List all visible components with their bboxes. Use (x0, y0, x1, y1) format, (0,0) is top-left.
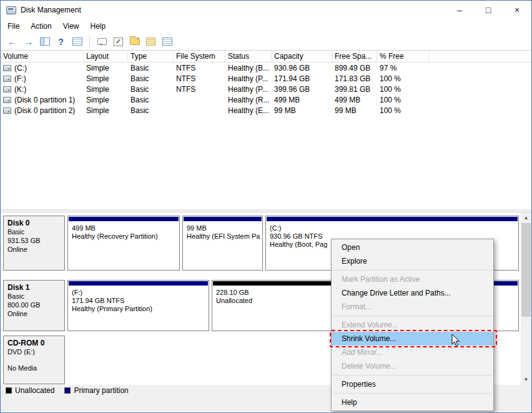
help-icon[interactable]: ? (54, 34, 68, 49)
disk-size: 800.00 GB (7, 301, 61, 309)
menu-item-shrink-volume[interactable]: Shrink Volume... (332, 332, 493, 346)
disk0-label-panel[interactable]: Disk 0 Basic 931.53 GB Online (3, 216, 65, 271)
cell-type: Basic (128, 96, 174, 104)
scrollbar-thumb[interactable] (521, 223, 531, 317)
minimize-button[interactable]: – (445, 1, 474, 19)
primary-partition-swatch (64, 387, 71, 394)
cell-free-space: 399.81 GB (332, 85, 377, 94)
menu-help[interactable]: Help (85, 20, 112, 32)
partition-strip (184, 217, 262, 221)
details-view-icon[interactable] (70, 34, 84, 49)
partition-efi[interactable]: 99 MB Healthy (EFI System Pa (182, 216, 263, 271)
cell-file-system: NTFS (174, 74, 225, 83)
volume-row-c[interactable]: (C:) Simple Basic NTFS Healthy (B... 930… (1, 62, 531, 73)
menu-separator (333, 375, 492, 376)
legend-unallocated: Unallocated (6, 386, 54, 395)
column-header-pct-free[interactable]: % Free (377, 51, 429, 62)
column-header-file-system[interactable]: File System (174, 51, 225, 62)
disk-name: CD-ROM 0 (7, 339, 61, 347)
partition-strip (213, 281, 349, 286)
cell-volume: (F:) (1, 74, 84, 83)
close-button[interactable]: × (503, 1, 531, 19)
mouse-cursor (451, 334, 460, 349)
drive-icon (3, 86, 11, 92)
unallocated-swatch (6, 387, 12, 394)
cell-status: Healthy (E... (225, 106, 272, 115)
drive-icon (3, 76, 11, 82)
cell-volume: (C:) (1, 64, 84, 72)
column-header-type[interactable]: Type (128, 51, 174, 62)
cell-layout: Simple (84, 96, 128, 104)
menubar: File Action View Help (1, 19, 531, 33)
cell-layout: Simple (84, 64, 128, 72)
partition-strip (69, 281, 208, 286)
menu-item-properties[interactable]: Properties (332, 377, 493, 391)
cell-status: Healthy (P... (225, 85, 272, 94)
volume-row-disk0-partition2[interactable]: (Disk 0 partition 2) Simple Basic Health… (1, 105, 531, 116)
volume-row-disk0-partition1[interactable]: (Disk 0 partition 1) Simple Basic Health… (1, 94, 531, 105)
partition-line: Healthy (EFI System Pa (187, 232, 259, 241)
checkbox-icon[interactable]: ✓ (111, 34, 126, 49)
menu-item-extend-volume: Extend Volume... (332, 318, 493, 332)
scroll-down-icon[interactable]: ▼ (521, 374, 531, 385)
column-header-filler (429, 51, 531, 62)
partition-line: 228.10 GB (216, 289, 346, 297)
cell-capacity: 171.94 GB (272, 74, 332, 83)
column-header-status[interactable]: Status (225, 51, 272, 62)
maximize-button[interactable]: □ (474, 1, 503, 19)
partition-line: (C:) (270, 224, 515, 232)
menu-view[interactable]: View (57, 20, 85, 32)
cdrom-label-panel[interactable]: CD-ROM 0 DVD (E:) No Media (3, 336, 65, 384)
legend-primary-partition: Primary partition (64, 386, 128, 395)
folder-up-icon[interactable] (127, 34, 142, 49)
log-file-icon[interactable] (144, 34, 158, 49)
cell-free-space: 171.83 GB (332, 74, 377, 83)
menu-item-explore[interactable]: Explore (332, 254, 493, 268)
console-tree-icon[interactable] (37, 34, 52, 49)
menu-separator (333, 393, 492, 394)
partition-unallocated[interactable]: 228.10 GB Unallocated (212, 280, 350, 331)
vertical-scrollbar[interactable]: ▲ ▼ (521, 212, 531, 385)
back-icon[interactable]: ← (5, 34, 19, 49)
cell-layout: Simple (84, 106, 128, 115)
partition-line (187, 241, 259, 249)
menu-separator (333, 316, 492, 316)
menu-file[interactable]: File (2, 20, 25, 32)
menu-item-mark-partition-active: Mark Partition as Active (332, 272, 493, 286)
partition-f[interactable]: (F:) 171.94 GB NTFS Healthy (Primary Par… (67, 280, 209, 331)
cdrom-row: CD-ROM 0 DVD (E:) No Media (3, 336, 65, 384)
partition-line: 499 MB (72, 224, 175, 232)
partition-line: (F:) (72, 289, 205, 297)
titlebar: Disk Management – □ × (1, 1, 531, 19)
disk-status: Online (7, 245, 61, 254)
column-header-free-space[interactable]: Free Spa... (332, 51, 377, 62)
disk-kind: Basic (7, 292, 61, 301)
disk-management-window: Disk Management – □ × File Action View H… (0, 0, 532, 413)
menu-action[interactable]: Action (25, 20, 57, 32)
cell-capacity: 930.96 GB (272, 64, 332, 72)
forward-icon[interactable]: → (21, 34, 36, 49)
partition-strip (267, 217, 518, 221)
volume-row-f[interactable]: (F:) Simple Basic NTFS Healthy (P... 171… (1, 73, 531, 84)
cell-free-space: 99 MB (332, 106, 377, 115)
column-header-capacity[interactable]: Capacity (272, 51, 332, 62)
column-header-volume[interactable]: Volume (1, 51, 84, 62)
disk-status: No Media (7, 364, 61, 372)
disk1-label-panel[interactable]: Disk 1 Basic 800.00 GB Online (3, 280, 65, 331)
menu-item-open[interactable]: Open (332, 241, 493, 254)
action-pane-icon[interactable] (95, 34, 109, 49)
column-header-layout[interactable]: Layout (84, 51, 128, 62)
disk-status: Online (7, 309, 61, 318)
list-view-icon[interactable] (160, 34, 174, 49)
menu-item-delete-volume: Delete Volume... (332, 359, 493, 373)
volume-row-k[interactable]: (K:) Simple Basic NTFS Healthy (P... 399… (1, 84, 531, 94)
menu-item-help[interactable]: Help (332, 396, 493, 409)
window-title: Disk Management (21, 6, 81, 14)
toolbar: ← → ? ✓ (1, 33, 531, 51)
menu-item-change-drive-letter[interactable]: Change Drive Letter and Paths... (332, 286, 493, 300)
partition-line: Healthy (Recovery Partition) (72, 232, 175, 241)
cell-volume: (Disk 0 partition 2) (1, 106, 84, 115)
partition-recovery[interactable]: 499 MB Healthy (Recovery Partition) (67, 216, 180, 271)
cell-type: Basic (128, 64, 174, 72)
scroll-up-icon[interactable]: ▲ (521, 212, 531, 223)
